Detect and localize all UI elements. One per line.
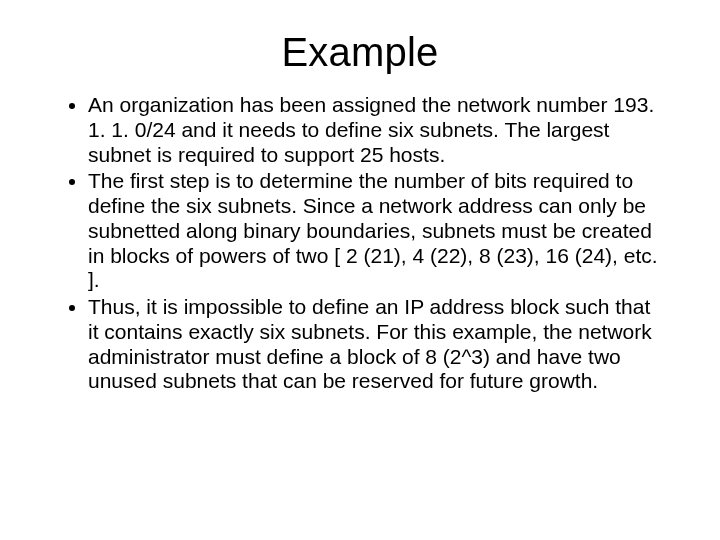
slide-title: Example xyxy=(60,30,660,75)
slide: Example An organization has been assigne… xyxy=(0,0,720,540)
slide-content: An organization has been assigned the ne… xyxy=(60,93,660,394)
bullet-item: The first step is to determine the numbe… xyxy=(88,169,660,293)
bullet-item: An organization has been assigned the ne… xyxy=(88,93,660,167)
bullet-item: Thus, it is impossible to define an IP a… xyxy=(88,295,660,394)
bullet-list: An organization has been assigned the ne… xyxy=(60,93,660,394)
